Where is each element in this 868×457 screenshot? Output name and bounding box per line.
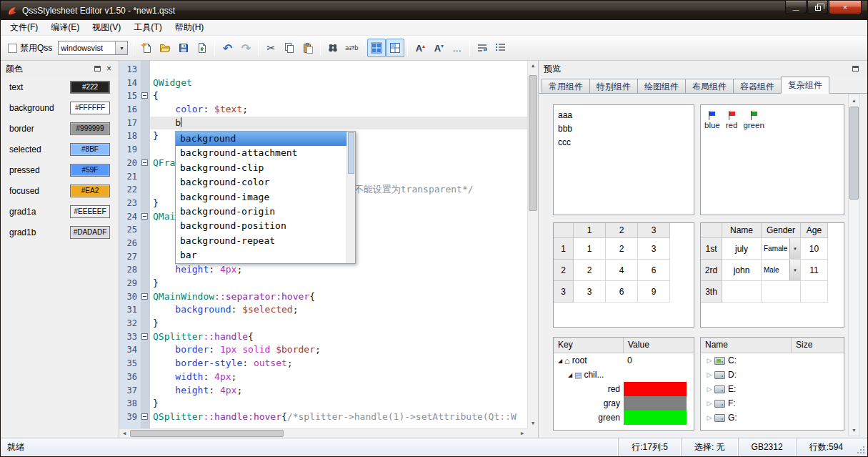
color-swatch-button[interactable]: #EA2: [70, 185, 110, 197]
word-wrap-button[interactable]: [473, 39, 492, 57]
tree-row-root[interactable]: ◢⌂root0: [554, 353, 694, 368]
list-item[interactable]: aaa: [554, 109, 694, 122]
row-header[interactable]: 2: [554, 260, 574, 281]
tree-row-gray[interactable]: gray: [554, 396, 694, 411]
mult-table[interactable]: 123112322463369: [553, 222, 694, 328]
scroll-left-button[interactable]: ◀: [119, 429, 129, 438]
table-cell[interactable]: 4: [606, 260, 638, 281]
tree-row-C:[interactable]: ▷C:: [701, 353, 844, 368]
fold-margin[interactable]: [141, 89, 150, 103]
editor-line-34[interactable]: 34 border: 1px solid $border;: [119, 343, 527, 357]
table-cell[interactable]: 6: [638, 260, 670, 281]
scroll-up-button[interactable]: ▲: [849, 94, 859, 106]
autocomplete-scrollbar[interactable]: [346, 132, 355, 263]
column-header-key[interactable]: Key: [554, 338, 624, 353]
disable-qss-toggle[interactable]: 禁用Qss: [5, 42, 55, 54]
editor-line-30[interactable]: 30QMainWindow::separator:hover{: [119, 290, 527, 304]
flag-list-item[interactable]: red: [726, 111, 738, 129]
open-file-button[interactable]: [156, 39, 174, 57]
editor-line-14[interactable]: 14QWidget: [119, 77, 527, 90]
autocomplete-item[interactable]: background-attachment: [176, 146, 346, 160]
float-panel-icon[interactable]: [94, 66, 101, 72]
autocomplete-item[interactable]: bar: [176, 248, 346, 262]
tab-1[interactable]: 常用组件: [542, 79, 590, 94]
color-swatch-button[interactable]: #999999: [70, 122, 110, 135]
expand-arrow-icon[interactable]: ▷: [705, 371, 714, 378]
font-increase-button[interactable]: A▴: [411, 39, 429, 57]
expand-arrow-icon[interactable]: ▷: [705, 414, 714, 421]
editor-horizontal-scrollbar[interactable]: ◀ ▶: [119, 428, 527, 438]
fold-collapse-icon[interactable]: [141, 413, 148, 420]
fold-collapse-icon[interactable]: [141, 293, 148, 300]
editor-line-17[interactable]: 17 b: [119, 117, 527, 130]
color-swatch-button[interactable]: #EEEEEF: [70, 205, 110, 218]
chevron-down-icon[interactable]: ▼: [115, 41, 127, 54]
find-button[interactable]: [324, 39, 342, 57]
tree-row-chil...[interactable]: ◢▤chil...: [554, 368, 694, 382]
fold-margin[interactable]: [141, 330, 150, 344]
undo-button[interactable]: ↶: [218, 39, 236, 57]
maximize-button[interactable]: [807, 1, 828, 14]
flag-list-item[interactable]: blue: [704, 111, 720, 129]
autocomplete-item[interactable]: background-repeat: [176, 234, 346, 248]
autocomplete-item[interactable]: background-clip: [176, 161, 346, 175]
color-swatch-button[interactable]: #FFFFFF: [70, 102, 110, 114]
editor-line-32[interactable]: 32}: [119, 317, 527, 330]
table-cell[interactable]: 9: [638, 281, 670, 303]
editor-line-29[interactable]: 29}: [119, 277, 527, 290]
tab-2[interactable]: 特别组件: [589, 79, 638, 94]
preview-panel-toggle-button[interactable]: [386, 39, 404, 57]
tab-4[interactable]: 布局组件: [685, 79, 734, 94]
fold-collapse-icon[interactable]: [141, 92, 148, 99]
editor-line-15[interactable]: 15{: [119, 89, 527, 103]
save-file-button[interactable]: [174, 39, 193, 57]
export-button[interactable]: [193, 39, 211, 57]
autocomplete-item[interactable]: background: [176, 132, 346, 146]
menu-item-5[interactable]: 帮助(H): [169, 19, 211, 36]
color-swatch-button[interactable]: #DADADF: [70, 226, 110, 239]
table-cell[interactable]: 11: [801, 260, 828, 281]
tab-6[interactable]: 复杂组件: [781, 77, 829, 94]
column-header-name[interactable]: Name: [701, 338, 792, 353]
gender-combobox[interactable]: Male▼: [762, 260, 800, 280]
editor-line-38[interactable]: 38}: [119, 397, 527, 411]
chevron-down-icon[interactable]: ▼: [789, 260, 800, 280]
tree-row-green[interactable]: green: [554, 411, 694, 425]
editor-line-36[interactable]: 36 width: 4px;: [119, 370, 527, 384]
fold-margin[interactable]: [141, 290, 150, 304]
table-cell[interactable]: john: [722, 260, 762, 281]
tree-row-D:[interactable]: ▷D:: [701, 368, 844, 382]
copy-button[interactable]: [280, 39, 299, 57]
list-options-button[interactable]: [492, 39, 510, 57]
color-panel-toggle-button[interactable]: [367, 39, 386, 57]
table-cell[interactable]: 6: [606, 281, 638, 303]
editor-line-28[interactable]: 28 height: 4px;: [119, 263, 527, 277]
editor-line-33[interactable]: 33QSplitter::handle{: [119, 330, 527, 344]
menu-item-4[interactable]: 工具(T): [127, 19, 168, 36]
scroll-down-button[interactable]: ▼: [849, 424, 859, 436]
preview-scrollbar[interactable]: ▲ ▼: [848, 94, 860, 436]
table-cell[interactable]: 2: [606, 238, 638, 260]
expand-arrow-icon[interactable]: ◢: [566, 372, 574, 378]
scroll-down-button[interactable]: ▼: [528, 418, 538, 428]
minimize-button[interactable]: —: [785, 1, 807, 14]
fold-collapse-icon[interactable]: [141, 159, 148, 166]
expand-arrow-icon[interactable]: ▷: [705, 357, 714, 364]
menu-item-1[interactable]: 文件(F): [4, 19, 44, 36]
editor-line-16[interactable]: 16 color: $text;: [119, 103, 527, 117]
expand-arrow-icon[interactable]: ▷: [705, 385, 714, 393]
list-item[interactable]: ccc: [554, 136, 694, 149]
menu-item-3[interactable]: 视图(V): [86, 19, 127, 36]
editor-vertical-scrollbar[interactable]: ▲ ▼: [527, 61, 538, 428]
tab-3[interactable]: 绘图组件: [637, 79, 686, 94]
new-file-button[interactable]: [137, 39, 156, 57]
scrollbar-thumb[interactable]: [130, 430, 284, 437]
paste-button[interactable]: [299, 39, 317, 57]
scroll-right-button[interactable]: ▶: [517, 429, 527, 438]
editor-line-13[interactable]: 13: [119, 63, 527, 77]
scrollbar-thumb[interactable]: [849, 107, 859, 200]
scroll-up-button[interactable]: ▲: [528, 61, 538, 71]
close-panel-icon[interactable]: ×: [104, 64, 114, 74]
resize-grip[interactable]: [856, 438, 867, 456]
scrollbar-thumb[interactable]: [348, 132, 354, 174]
